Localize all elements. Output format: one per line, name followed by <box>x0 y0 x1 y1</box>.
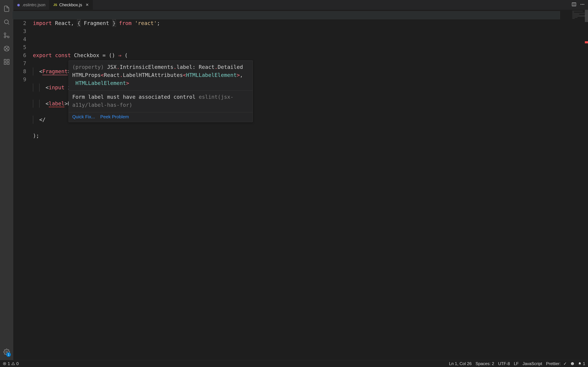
line-number: 4 <box>13 35 26 43</box>
gutter: 1 2 3 4 5 6 7 8 9 <box>13 10 33 360</box>
prettier-status[interactable]: Prettier: ✓ <box>546 361 567 366</box>
line-number: 5 <box>13 43 26 51</box>
activity-bar: 1 <box>0 0 13 360</box>
code-line-2[interactable] <box>33 35 588 43</box>
svg-point-20 <box>572 363 572 364</box>
problems-status[interactable]: 1 0 <box>3 361 19 366</box>
peek-problem-link[interactable]: Peek Problem <box>100 114 129 119</box>
quick-fix-link[interactable]: Quick Fix... <box>72 114 95 119</box>
scm-icon[interactable] <box>0 29 13 42</box>
code-line-9[interactable] <box>33 148 588 156</box>
tab-bar: ◉ .eslintrc.json JS Checkbox.js ✕ <box>13 0 588 10</box>
svg-point-21 <box>573 363 573 364</box>
hover-actions: Quick Fix... Peek Problem <box>69 112 252 122</box>
notifications-icon[interactable]: 1 <box>578 361 585 366</box>
tab-label: .eslintrc.json <box>22 2 45 7</box>
settings-gear-icon[interactable]: 1 <box>0 345 13 359</box>
svg-rect-7 <box>7 59 9 61</box>
tab-label: Checkbox.js <box>59 2 82 7</box>
language-mode[interactable]: JavaScript <box>523 361 542 366</box>
hover-tooltip: (property) JSX.IntrinsicElements.label: … <box>69 60 253 122</box>
indentation-status[interactable]: Spaces: 2 <box>476 361 494 366</box>
svg-rect-6 <box>4 59 6 61</box>
extensions-icon[interactable] <box>0 55 13 68</box>
close-icon[interactable]: ✕ <box>86 3 89 7</box>
code-line-1[interactable]: import React, { Fragment } from 'react'; <box>33 19 588 27</box>
tab-checkbox-js[interactable]: JS Checkbox.js ✕ <box>49 0 93 10</box>
code-line-3[interactable]: export const Checkbox = () ⇒ ( <box>33 51 588 59</box>
warnings-count: 0 <box>16 361 18 366</box>
svg-point-3 <box>8 36 9 38</box>
svg-point-19 <box>571 362 574 365</box>
code-line-8[interactable]: ); <box>33 132 588 140</box>
errors-count: 1 <box>8 361 10 366</box>
svg-point-0 <box>4 20 8 24</box>
js-file-icon: JS <box>53 3 57 7</box>
svg-point-15 <box>583 4 584 5</box>
svg-point-14 <box>582 4 583 5</box>
feedback-icon[interactable] <box>571 362 574 366</box>
search-icon[interactable] <box>0 15 13 29</box>
svg-point-13 <box>581 4 581 5</box>
svg-point-2 <box>4 33 6 35</box>
notification-count: 1 <box>583 361 585 366</box>
explorer-icon[interactable] <box>0 2 13 15</box>
encoding-status[interactable]: UTF-8 <box>498 361 510 366</box>
svg-rect-8 <box>4 62 6 64</box>
editor-area[interactable]: 1 2 3 4 5 6 7 8 9 import React, { Fragme… <box>13 10 588 360</box>
line-number: 7 <box>13 59 26 67</box>
main-row: 1 ◉ .eslintrc.json JS Checkbox.js ✕ <box>0 0 588 360</box>
line-number: 8 <box>13 67 26 75</box>
debug-icon[interactable] <box>0 42 13 55</box>
split-editor-icon[interactable] <box>571 2 576 8</box>
minimap[interactable] <box>571 10 588 360</box>
svg-line-1 <box>8 23 9 25</box>
settings-badge: 1 <box>6 352 11 357</box>
status-bar: 1 0 Ln 1, Col 26 Spaces: 2 UTF-8 LF Java… <box>0 360 588 367</box>
cursor-position[interactable]: Ln 1, Col 26 <box>449 361 472 366</box>
line-number: 3 <box>13 27 26 35</box>
line-number: 2 <box>13 19 26 27</box>
hover-signature: (property) JSX.IntrinsicElements.label: … <box>69 61 252 90</box>
line-number: 9 <box>13 75 26 83</box>
eslint-file-icon: ◉ <box>17 3 20 7</box>
eol-status[interactable]: LF <box>514 361 519 366</box>
tab-eslintrc[interactable]: ◉ .eslintrc.json <box>13 0 49 10</box>
tab-actions <box>571 0 588 10</box>
line-number: 6 <box>13 51 26 59</box>
more-icon[interactable] <box>580 2 585 8</box>
editor-column: ◉ .eslintrc.json JS Checkbox.js ✕ 1 <box>13 0 588 360</box>
svg-rect-9 <box>7 62 9 64</box>
hover-diagnostic: Form label must have associated control … <box>69 90 252 112</box>
